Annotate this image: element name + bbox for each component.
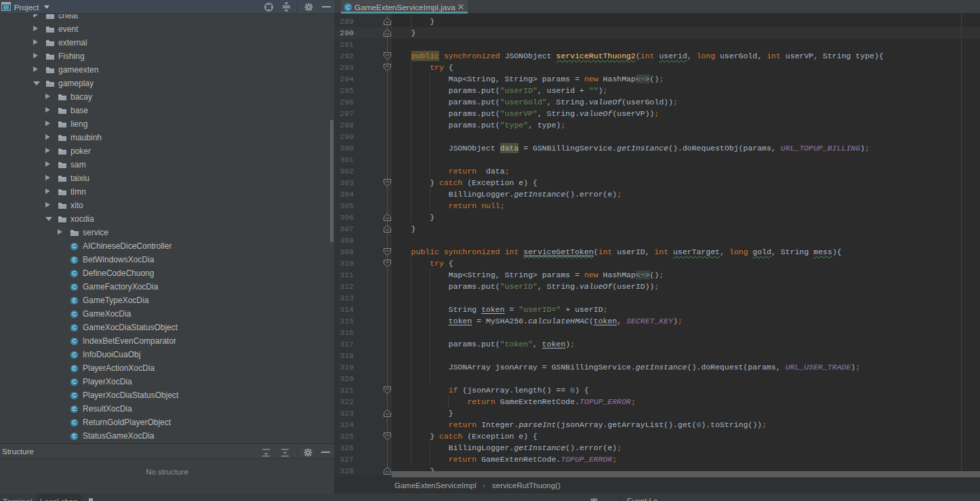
svg-text:E: E xyxy=(73,406,77,412)
svg-text:E: E xyxy=(73,298,77,304)
svg-text:E: E xyxy=(73,433,77,439)
svg-text:C: C xyxy=(73,393,77,399)
svg-text:E: E xyxy=(73,365,77,372)
svg-text:C: C xyxy=(73,338,77,344)
svg-text:C: C xyxy=(73,311,77,317)
svg-text:C: C xyxy=(73,284,77,290)
svg-text:C: C xyxy=(73,379,77,385)
svg-text:C: C xyxy=(73,243,77,249)
svg-text:E: E xyxy=(73,257,77,263)
svg-text:C: C xyxy=(73,325,77,331)
svg-text:C: C xyxy=(73,270,77,277)
svg-text:C: C xyxy=(73,420,77,426)
svg-text:C: C xyxy=(73,352,77,358)
